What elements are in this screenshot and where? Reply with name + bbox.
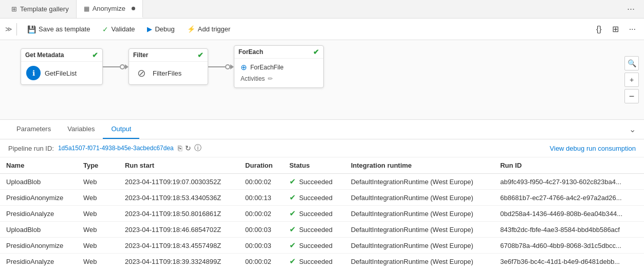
tab-template-gallery-label: Template gallery [20,5,69,13]
run-info-bar: Pipeline run ID: 1d5a1507-f071-4938-b45e… [0,139,644,157]
zoom-out-button[interactable]: − [624,89,639,103]
tab-parameters[interactable]: Parameters [8,120,59,139]
tab-more-button[interactable]: ··· [622,4,640,14]
cell-runtime: DefaultIntegrationRuntime (West Europe) [345,206,494,222]
toolbar: ≫ 💾 Save as template ✓ Validate ▶ Debug … [0,19,644,40]
format-button[interactable]: ⊞ [609,22,622,36]
check-icon: ✓ [102,25,108,33]
canvas-tools: 🔍 + − [624,56,639,103]
connector-1 [103,64,128,69]
connector-2 [208,64,234,69]
tab-anonymize[interactable]: ▦ Anonymize [77,0,143,18]
pipeline-icon: ▦ [84,5,89,12]
table-row[interactable]: UploadBlob Web 2023-04-11T09:19:07.00303… [0,174,644,190]
foreach-title: ForEach [238,48,263,56]
cell-run-id: 6b8681b7-ec27-4766-a4c2-e97a2ad26... [494,190,644,206]
run-id-label: Pipeline run ID: [8,145,54,152]
table-header: Name Type Run start Duration Status Inte… [0,157,644,174]
cell-run-start: 2023-04-11T09:18:53.4340536Z [119,190,239,206]
filter-node[interactable]: Filter ✔ ⊘ FilterFiles [128,48,208,85]
debug-button[interactable]: ▶ Debug [142,23,179,35]
foreach-activity: ForEachFile [250,64,284,71]
expand-btn[interactable]: ≫ [5,23,17,35]
info-run-button[interactable]: ⓘ [194,144,201,153]
cell-name: PresidioAnonymize [0,190,77,206]
get-metadata-body: ℹ GetFileList [21,62,102,84]
tab-output[interactable]: Output [103,120,139,139]
grid-icon: ⊞ [11,5,17,13]
get-metadata-node[interactable]: Get Metadata ✔ ℹ GetFileList [21,48,103,85]
col-run-start: Run start [119,157,239,174]
trigger-icon: ⚡ [187,25,195,33]
cell-status: ✔ Succeeded [283,190,345,206]
save-as-template-button[interactable]: 💾 Save as template [22,23,95,36]
status-icon: ✔ [289,257,296,266]
col-type: Type [77,157,119,174]
view-consumption-link[interactable]: View debug run consumption [550,145,636,152]
filter-body: ⊘ FilterFiles [129,62,208,84]
validate-button[interactable]: ✓ Validate [97,23,140,36]
get-metadata-activity: GetFileList [45,69,77,77]
cell-name: PresidioAnalyze [0,254,77,269]
table-row[interactable]: PresidioAnalyze Web 2023-04-11T09:18:39.… [0,254,644,269]
cell-runtime: DefaultIntegrationRuntime (West Europe) [345,174,494,190]
debug-icon: ▶ [147,25,152,33]
status-label: Succeeded [299,242,333,249]
output-table: Name Type Run start Duration Status Inte… [0,157,644,268]
cell-run-start: 2023-04-11T09:18:50.8016861Z [119,206,239,222]
run-info-icons: ⎘ ↻ ⓘ [178,144,201,153]
bottom-tabs: Parameters Variables Output ⌄ [0,120,644,139]
foreach-item: ⊕ ForEachFile [238,61,319,74]
get-metadata-title: Get Metadata [25,51,64,59]
get-metadata-header: Get Metadata ✔ [21,49,102,62]
col-name: Name [0,157,77,174]
foreach-node[interactable]: ForEach ✔ ⊕ ForEachFile Activities ✏ [234,45,324,88]
refresh-run-button[interactable]: ↻ [185,144,191,152]
copy-run-id-button[interactable]: ⎘ [178,144,182,152]
cell-run-start: 2023-04-11T09:18:43.4557498Z [119,238,239,254]
table-row[interactable]: PresidioAnalyze Web 2023-04-11T09:18:50.… [0,206,644,222]
cell-duration: 00:00:02 [239,174,283,190]
tab-template-gallery[interactable]: ⊞ Template gallery [4,0,77,18]
cell-status: ✔ Succeeded [283,238,345,254]
add-trigger-button[interactable]: ⚡ Add trigger [182,23,236,35]
cell-run-id: 0bd258a4-1436-4469-808b-6ea04b344... [494,206,644,222]
cell-run-id: 6708b78a-4d60-4bb9-8068-3d1c5dbcc... [494,238,644,254]
status-label: Succeeded [299,210,333,218]
cell-duration: 00:00:02 [239,254,283,269]
save-icon: 💾 [27,25,36,33]
output-table-wrapper[interactable]: Name Type Run start Duration Status Inte… [0,157,644,268]
cell-run-id: ab9fc493-f950-4c27-9130-602c823ba4... [494,174,644,190]
code-view-button[interactable]: {} [593,23,605,36]
filter-activity: FilterFiles [153,69,181,77]
cell-run-start: 2023-04-11T09:18:39.3324899Z [119,254,239,269]
cell-runtime: DefaultIntegrationRuntime (West Europe) [345,254,494,269]
foreach-check: ✔ [313,48,319,56]
foreach-item-icon: ⊕ [241,63,247,72]
edit-icon[interactable]: ✏ [268,75,273,82]
cell-type: Web [77,174,119,190]
table-row[interactable]: PresidioAnonymize Web 2023-04-11T09:18:4… [0,238,644,254]
cell-status: ✔ Succeeded [283,254,345,269]
chevron-down-icon: ⌄ [629,125,636,134]
zoom-in-button[interactable]: + [624,73,639,87]
foreach-activities: Activities ✏ [238,74,319,83]
cell-duration: 00:00:03 [239,238,283,254]
filter-icon: ⊘ [134,66,149,80]
status-icon: ✔ [289,177,296,186]
status-label: Succeeded [299,226,333,234]
search-canvas-button[interactable]: 🔍 [624,56,639,70]
cell-type: Web [77,206,119,222]
table-row[interactable]: PresidioAnonymize Web 2023-04-11T09:18:5… [0,190,644,206]
expand-panel-button[interactable]: ⌄ [629,124,636,134]
toolbar-right: {} ⊞ ··· [593,22,639,36]
col-duration: Duration [239,157,283,174]
cell-status: ✔ Succeeded [283,206,345,222]
table-row[interactable]: UploadBlob Web 2023-04-11T09:18:46.68547… [0,222,644,238]
cell-runtime: DefaultIntegrationRuntime (West Europe) [345,190,494,206]
status-icon: ✔ [289,209,296,218]
tab-variables[interactable]: Variables [59,120,103,139]
more-options-button[interactable]: ··· [626,23,639,36]
cell-name: PresidioAnalyze [0,206,77,222]
cell-type: Web [77,238,119,254]
